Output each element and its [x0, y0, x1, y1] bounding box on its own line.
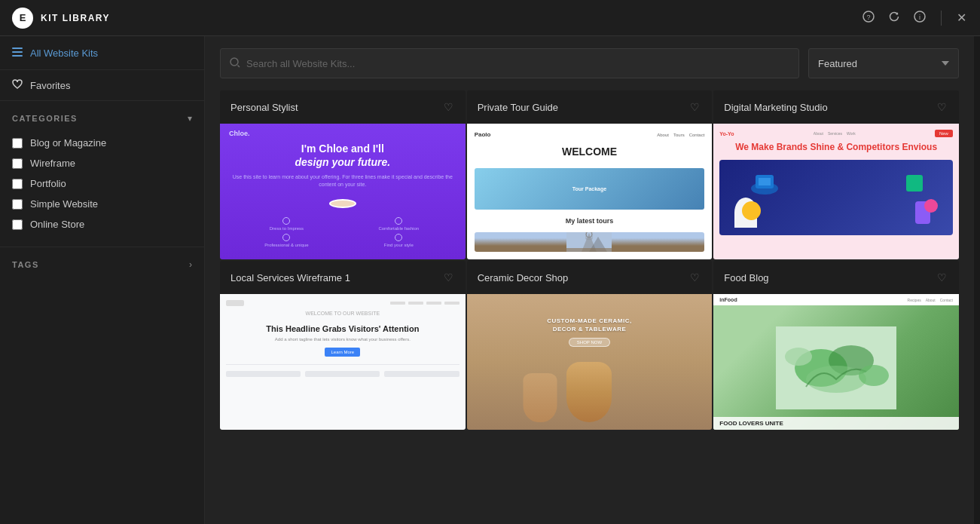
kit-card-personal-stylist[interactable]: Personal Stylist ♡ Chloe. I'm Chloe and …	[220, 90, 466, 259]
preview-features: Dress to Impress Comfortable fashion Pro…	[232, 217, 453, 247]
kit-title: Local Services Wireframe 1	[230, 272, 350, 283]
search-bar: Featured Newest Popular	[205, 36, 974, 90]
kit-card-header: Ceramic Decor Shop ♡	[467, 261, 713, 294]
heart-icon	[12, 79, 23, 91]
svg-text:?: ?	[866, 14, 870, 21]
ceramic-vase-small	[524, 373, 557, 422]
wireframe-checkbox[interactable]	[12, 158, 23, 169]
help-icon[interactable]: ?	[861, 9, 876, 27]
kit-card-tour-guide[interactable]: Private Tour Guide ♡ Paolo AboutToursCon…	[467, 90, 713, 259]
refresh-icon[interactable]	[887, 9, 902, 27]
category-simple[interactable]: Simple Website	[12, 194, 192, 214]
chevron-down-icon: ▾	[188, 113, 192, 124]
ceramic-vase-large	[566, 362, 612, 422]
store-label: Online Store	[30, 219, 84, 230]
all-kits-link[interactable]: All Website Kits	[0, 36, 204, 70]
wireframe-label: Wireframe	[30, 158, 75, 169]
scrollbar[interactable]	[974, 36, 980, 524]
app-logo: E	[12, 8, 33, 29]
simple-checkbox[interactable]	[12, 199, 23, 210]
favorite-btn[interactable]: ♡	[442, 270, 455, 285]
close-icon[interactable]: ✕	[955, 9, 968, 26]
content-area: Featured Newest Popular Personal Stylist…	[205, 36, 974, 524]
favorite-btn[interactable]: ♡	[442, 100, 455, 115]
kit-card-header: Food Blog ♡	[713, 261, 959, 294]
app-title: KIT LIBRARY	[41, 13, 861, 23]
tags-title: TAGS	[12, 260, 39, 269]
topbar-divider	[941, 11, 942, 26]
kit-card-header: Personal Stylist ♡	[220, 90, 466, 124]
kit-title: Digital Marketing Studio	[724, 102, 827, 113]
portfolio-label: Portfolio	[30, 178, 66, 189]
search-input-wrap	[220, 48, 799, 78]
store-checkbox[interactable]	[12, 219, 23, 230]
kit-preview: WELCOME TO OUR WEBSITE This Headline Gra…	[220, 294, 466, 430]
info-icon[interactable]: i	[912, 9, 927, 27]
tags-section: TAGS ›	[0, 247, 204, 276]
sidebar: All Website Kits Favorites CATEGORIES ▾ …	[0, 36, 205, 524]
category-store[interactable]: Online Store	[12, 214, 192, 234]
preview-headline: I'm Chloe and I'll design your future.	[295, 142, 390, 169]
all-kits-label: All Website Kits	[30, 47, 98, 59]
preview-avatar	[329, 199, 356, 208]
svg-rect-16	[759, 178, 771, 185]
svg-rect-5	[12, 51, 23, 53]
logo-letter: E	[20, 12, 26, 23]
category-blog[interactable]: Blog or Magazine	[12, 133, 192, 153]
preview-sub: Use this site to learn more about your o…	[232, 173, 453, 188]
topbar-actions: ? i ✕	[861, 9, 968, 27]
favorite-btn[interactable]: ♡	[688, 100, 701, 115]
favorite-btn[interactable]: ♡	[936, 100, 948, 115]
svg-point-7	[230, 58, 238, 66]
topbar: E KIT LIBRARY ? i ✕	[0, 0, 980, 36]
simple-label: Simple Website	[30, 198, 98, 210]
svg-rect-6	[12, 55, 23, 57]
kit-title: Ceramic Decor Shop	[478, 272, 569, 283]
kit-card-header: Digital Marketing Studio ♡	[713, 90, 959, 124]
kit-preview: inFood RecipesAboutContact	[713, 294, 959, 430]
categories-header[interactable]: CATEGORIES ▾	[12, 113, 192, 124]
search-icon	[230, 57, 240, 70]
preview-site-name: Chloe.	[229, 130, 250, 137]
category-wireframe[interactable]: Wireframe	[12, 153, 192, 173]
kit-card-ceramic[interactable]: Ceramic Decor Shop ♡ CUSTOM-MADE CERAMIC…	[467, 261, 713, 430]
main-layout: All Website Kits Favorites CATEGORIES ▾ …	[0, 36, 980, 524]
kit-title: Food Blog	[724, 272, 768, 283]
kit-title: Private Tour Guide	[478, 102, 558, 113]
kit-grid: Personal Stylist ♡ Chloe. I'm Chloe and …	[205, 90, 974, 445]
blog-checkbox[interactable]	[12, 138, 23, 149]
portfolio-checkbox[interactable]	[12, 179, 23, 189]
categories-title: CATEGORIES	[12, 114, 78, 123]
search-input[interactable]	[246, 58, 789, 69]
kit-card-digital-marketing[interactable]: Digital Marketing Studio ♡ Yo-Yo AboutSe…	[713, 90, 959, 259]
blog-label: Blog or Magazine	[30, 137, 106, 149]
kit-preview: CUSTOM-MADE CERAMIC, DECOR & TABLEWARE S…	[467, 294, 713, 430]
kit-preview: Chloe. I'm Chloe and I'll design your fu…	[220, 124, 466, 259]
favorites-label: Favorites	[30, 80, 70, 91]
tags-header[interactable]: TAGS ›	[12, 259, 192, 270]
favorites-link[interactable]: Favorites	[0, 70, 204, 101]
preview-cta: Learn More	[325, 348, 360, 357]
filter-select[interactable]: Featured Newest Popular	[808, 48, 959, 78]
svg-rect-11	[566, 248, 612, 253]
favorite-btn[interactable]: ♡	[688, 270, 701, 285]
category-portfolio[interactable]: Portfolio	[12, 173, 192, 194]
menu-icon	[12, 47, 23, 59]
svg-point-21	[785, 348, 812, 366]
svg-text:i: i	[919, 14, 920, 21]
svg-point-22	[859, 365, 889, 386]
kit-card-local-services[interactable]: Local Services Wireframe 1 ♡ WELCOME TO …	[220, 261, 466, 430]
kit-card-header: Private Tour Guide ♡	[467, 90, 713, 124]
kit-preview: Yo-Yo AboutServicesWork New We Make Bran…	[713, 124, 959, 259]
kit-preview: Paolo AboutToursContact WELCOME Tour Pac…	[467, 124, 713, 259]
kit-title: Personal Stylist	[230, 102, 298, 113]
chevron-right-icon: ›	[189, 259, 192, 270]
kit-card-header: Local Services Wireframe 1 ♡	[220, 261, 466, 294]
favorite-btn[interactable]: ♡	[936, 270, 948, 285]
categories-section: CATEGORIES ▾ Blog or Magazine Wireframe …	[0, 101, 204, 241]
svg-rect-4	[12, 47, 23, 49]
kit-card-food-blog[interactable]: Food Blog ♡ inFood RecipesAboutContact	[713, 261, 959, 430]
